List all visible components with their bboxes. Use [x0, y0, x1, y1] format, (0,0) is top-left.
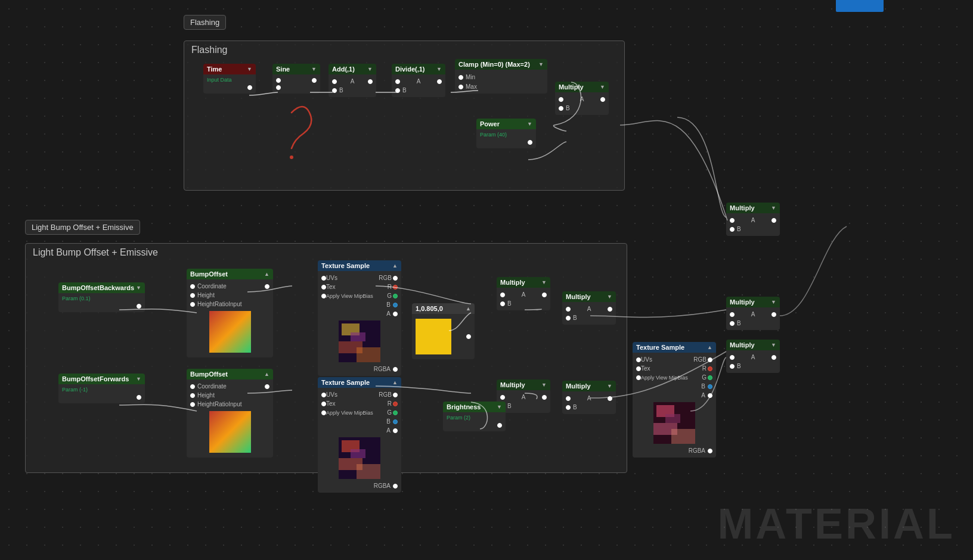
- pin-mfrt-a: [730, 312, 735, 317]
- svg-rect-10: [351, 449, 365, 458]
- tex-preview-bot: [209, 411, 251, 453]
- pin-bot-out: [265, 284, 269, 289]
- pin-bobb-ratio: [190, 402, 195, 407]
- pin-bf-out: [137, 395, 141, 400]
- node-add: Add(,1) ▼ A B: [329, 64, 376, 97]
- pin-add-out: [368, 79, 373, 84]
- pin-tsb-uvs: [321, 393, 326, 397]
- node-multiply-right-top-header: Multiply ▼: [562, 291, 616, 302]
- node-tex-sample-bot: Texture Sample ▲ UVs RGB Tex R Apply Vie…: [318, 377, 401, 493]
- pin-mmt-b: [500, 301, 505, 306]
- node-multiply-far-right-bot-header: Multiply ▼: [726, 340, 780, 350]
- pin-add-a: [332, 79, 337, 84]
- svg-rect-16: [665, 414, 680, 423]
- node-add-header: Add(,1) ▼: [329, 64, 376, 74]
- pin-tsb-rgb-out: [393, 393, 398, 397]
- node-tex-sample-top: Texture Sample ▲ UVs RGB Tex R Apply Vie…: [318, 260, 401, 376]
- pin-mfrt-b: [730, 321, 735, 326]
- pin-mot-a: [730, 218, 735, 223]
- pin-mmt-out: [542, 293, 547, 297]
- pin-mot-b: [730, 227, 735, 232]
- pin-ts-r-out: [393, 285, 398, 290]
- node-multiply-right-bot: Multiply ▼ A B: [562, 381, 616, 414]
- node-brightness: Brightness ▼ Param (2): [443, 402, 506, 431]
- pin-bot-coord: [190, 284, 195, 289]
- svg-rect-13: [416, 319, 451, 354]
- pin-bot-height: [190, 293, 195, 298]
- group-frame-flashing-title: Flashing: [184, 41, 624, 59]
- pin-tsb-r-out: [393, 402, 398, 406]
- pin-mmt-a: [500, 293, 505, 297]
- node-multiply-flash: Multiply ▼ A B: [555, 82, 609, 115]
- svg-rect-5: [351, 332, 365, 341]
- node-power-header: Power ▼: [476, 119, 536, 129]
- node-bumpoffset-bot: BumpOffset ▲ Coordinate Height HeightRat…: [187, 369, 273, 458]
- node-multiply-right-bot-header: Multiply ▼: [562, 381, 616, 391]
- node-power: Power ▼ Param (40): [476, 119, 536, 148]
- pin-sine-in2: [276, 85, 281, 90]
- node-bump-forwards-header: BumpOffsetForwards ▼: [58, 374, 145, 384]
- node-bump-backwards: BumpOffsetBackwards ▼ Param (0.1): [58, 282, 145, 312]
- pin-ts-rgb-out: [393, 276, 398, 281]
- pin-ts-g-out: [393, 294, 398, 298]
- svg-rect-2: [209, 411, 251, 453]
- pin-mf-a: [559, 97, 563, 102]
- node-multiply-mid-top: Multiply ▼ A B: [497, 277, 550, 310]
- group-frame-lightbump-title: Light Bump Offset + Emissive: [26, 244, 627, 262]
- color-swatch-yellow: [416, 319, 451, 354]
- pin-tsfar-a-out: [708, 393, 712, 398]
- pin-ts-a-out: [393, 312, 398, 316]
- node-bumpoffset-top: BumpOffset ▲ Coordinate Height HeightRat…: [187, 269, 273, 357]
- node-multiply-far-right-top-header: Multiply ▼: [726, 297, 780, 307]
- node-multiply-far-right-top: Multiply ▼ A B: [726, 297, 780, 330]
- pin-bot-ratio: [190, 302, 195, 307]
- pin-bb-out: [137, 304, 141, 309]
- pin-tsb-rgba-out: [393, 484, 398, 489]
- pin-mrb-b: [566, 405, 571, 410]
- pin-div-out: [437, 79, 442, 84]
- pin-ts-uvs: [321, 276, 326, 281]
- pin-tsfar-mip: [636, 375, 641, 380]
- pin-mfrt-out: [771, 312, 776, 317]
- pin-mot-out: [771, 218, 776, 223]
- node-sine: Sine ▼: [272, 64, 320, 94]
- pin-sine-in1: [276, 78, 281, 83]
- tex-preview-top: [209, 311, 251, 353]
- pin-mmb-out: [542, 395, 547, 400]
- pin-color-out: [466, 334, 471, 339]
- top-bar: [836, 0, 884, 12]
- pin-tsfar-tex: [636, 366, 641, 371]
- node-divide: Divide(,1) ▼ A B: [392, 64, 445, 97]
- pin-bobb-out: [265, 384, 269, 389]
- tex-preview-ts-bot: [339, 437, 380, 479]
- pin-clamp-max: [458, 85, 463, 89]
- node-bump-forwards: BumpOffsetForwards ▼ Param (-1): [58, 374, 145, 403]
- pin-tsfar-uvs: [636, 357, 641, 362]
- node-sine-header: Sine ▼: [272, 64, 320, 74]
- node-bumpoffset-top-header: BumpOffset ▲: [187, 269, 273, 279]
- pin-clamp-min: [458, 75, 463, 80]
- node-multiply-outer-top-header: Multiply ▼: [726, 203, 780, 213]
- pin-tsb-tex: [321, 402, 326, 406]
- pin-ts-rgba-out: [393, 367, 398, 372]
- pin-mrt-b: [566, 316, 571, 321]
- node-brightness-header: Brightness ▼: [443, 402, 506, 412]
- svg-rect-18: [671, 429, 695, 444]
- pin-power-out: [528, 140, 532, 145]
- node-time: Time ▼ Input Data: [203, 64, 256, 94]
- node-color-value: 1,0.805,0 ▲: [412, 303, 475, 359]
- pin-div-a: [395, 79, 400, 84]
- pin-mf-out: [600, 97, 605, 102]
- pin-tsfar-g-out: [708, 375, 712, 380]
- pin-bright-out: [497, 423, 502, 428]
- pin-add-b: [332, 88, 337, 93]
- node-multiply-right-top: Multiply ▼ A B: [562, 291, 616, 325]
- pin-mrt-a: [566, 307, 571, 312]
- pin-ts-b-out: [393, 303, 398, 307]
- svg-point-0: [290, 155, 293, 159]
- tex-preview-far: [653, 402, 695, 444]
- annotation-scribble: [262, 101, 321, 172]
- pin-tsb-g-out: [393, 410, 398, 415]
- comment-flashing: Flashing: [184, 15, 226, 30]
- watermark: MATERIAL: [717, 499, 955, 548]
